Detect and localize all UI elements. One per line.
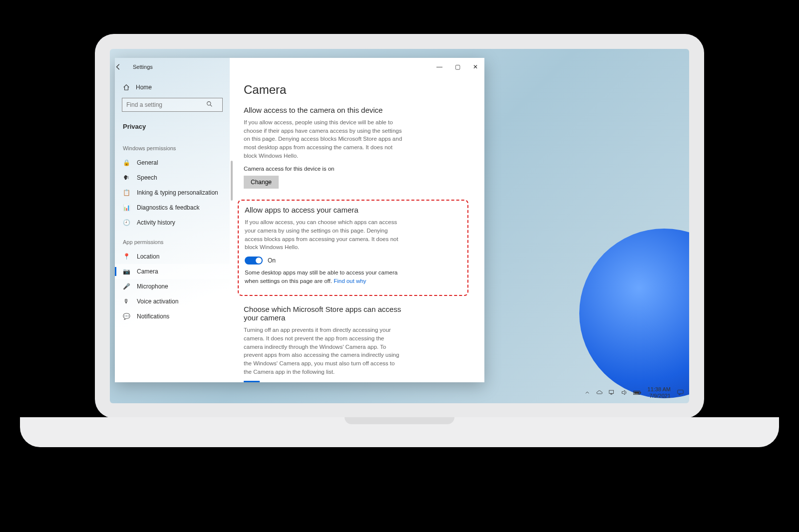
- wallpaper-decoration: [579, 229, 689, 398]
- section-title: Choose which Microsoft Store apps can ac…: [244, 305, 413, 322]
- section-choose-apps: Choose which Microsoft Store apps can ac…: [244, 305, 470, 382]
- desktop-screen: Settings — ▢ ✕ Home: [110, 49, 689, 403]
- sidebar-item-microphone[interactable]: 🎤 Microphone: [115, 279, 230, 294]
- date-label: 7/9/2021: [648, 393, 671, 399]
- section-title: Allow apps to access your camera: [245, 206, 461, 214]
- section-title: Allow access to the camera on this devic…: [244, 106, 470, 114]
- scrollbar[interactable]: [231, 161, 233, 201]
- main-content: Camera Allow access to the camera on thi…: [230, 58, 484, 382]
- laptop-base: [20, 417, 779, 447]
- clock[interactable]: 11:38 AM 7/9/2021: [648, 386, 671, 399]
- sidebar-item-notifications[interactable]: 💬 Notifications: [115, 309, 230, 324]
- section-device-access: Allow access to the camera on this devic…: [244, 106, 470, 189]
- app-row-3d-viewer: 3D Viewer On: [244, 381, 470, 382]
- sidebar-item-label: General: [137, 159, 158, 166]
- location-icon: 📍: [123, 253, 130, 260]
- sidebar-item-label: Voice activation: [137, 298, 178, 305]
- back-button[interactable]: [115, 63, 133, 70]
- history-icon: 🕘: [123, 219, 130, 226]
- home-link[interactable]: Home: [115, 81, 230, 98]
- sidebar-item-label: Notifications: [137, 313, 169, 320]
- current-section-label: Privacy: [115, 118, 230, 136]
- clipboard-icon: 📋: [123, 189, 130, 196]
- section-description: If you allow access, you can choose whic…: [245, 218, 404, 252]
- sidebar-item-label: Inking & typing personalization: [137, 189, 218, 196]
- group-app-permissions: App permissions: [115, 230, 230, 249]
- desktop-apps-note: Some desktop apps may still be able to a…: [245, 268, 404, 285]
- action-center-icon[interactable]: [677, 389, 684, 396]
- sidebar-item-activity-history[interactable]: 🕘 Activity history: [115, 215, 230, 230]
- change-button[interactable]: Change: [244, 176, 279, 189]
- section-description: Turning off an app prevents it from dire…: [244, 326, 403, 376]
- laptop-notch: [345, 417, 454, 424]
- sidebar-item-location[interactable]: 📍 Location: [115, 249, 230, 264]
- svg-rect-3: [611, 394, 612, 395]
- settings-window: Settings — ▢ ✕ Home: [115, 58, 484, 382]
- sidebar-item-speech[interactable]: 🗣 Speech: [115, 170, 230, 185]
- sidebar-item-inking[interactable]: 📋 Inking & typing personalization: [115, 185, 230, 200]
- sidebar-item-label: Speech: [137, 174, 157, 181]
- volume-icon[interactable]: [621, 389, 628, 396]
- search-icon: [206, 101, 213, 107]
- voice-icon: 🎙: [123, 298, 130, 305]
- lock-icon: 🔒: [123, 159, 130, 166]
- sidebar-item-camera[interactable]: 📷 Camera: [115, 264, 230, 279]
- group-windows-permissions: Windows permissions: [115, 136, 230, 155]
- sidebar-item-label: Microphone: [137, 283, 168, 290]
- time-label: 11:38 AM: [648, 386, 671, 393]
- battery-icon[interactable]: [633, 390, 642, 396]
- microphone-icon: 🎤: [123, 283, 130, 290]
- apps-access-toggle[interactable]: [245, 257, 263, 265]
- highlighted-section: Allow apps to access your camera If you …: [238, 200, 468, 296]
- section-description: If you allow access, people using this d…: [244, 118, 403, 160]
- svg-rect-7: [678, 390, 683, 394]
- camera-icon: 📷: [123, 268, 130, 275]
- tray-overflow-icon[interactable]: [585, 390, 590, 395]
- sidebar-item-label: Activity history: [137, 219, 175, 226]
- laptop-frame: Settings — ▢ ✕ Home: [95, 34, 704, 418]
- home-label: Home: [136, 84, 152, 91]
- notifications-icon: 💬: [123, 313, 130, 320]
- svg-rect-2: [609, 390, 613, 393]
- sidebar-item-diagnostics[interactable]: 📊 Diagnostics & feedback: [115, 200, 230, 215]
- network-icon[interactable]: [608, 389, 616, 396]
- svg-point-0: [207, 102, 211, 105]
- sidebar-item-general[interactable]: 🔒 General: [115, 155, 230, 170]
- find-out-why-link[interactable]: Find out why: [334, 278, 366, 284]
- page-title: Camera: [244, 83, 470, 97]
- feedback-icon: 📊: [123, 204, 130, 211]
- sidebar-item-label: Location: [137, 253, 159, 260]
- app-tile-icon: [244, 381, 260, 382]
- sidebar-item-label: Diagnostics & feedback: [137, 204, 199, 211]
- svg-line-1: [210, 105, 212, 106]
- window-title: Settings: [133, 64, 153, 70]
- sidebar-item-label: Camera: [137, 268, 158, 275]
- system-tray: 11:38 AM 7/9/2021: [585, 386, 684, 399]
- svg-rect-5: [640, 392, 641, 393]
- home-icon: [123, 84, 130, 91]
- device-access-status: Camera access for this device is on: [244, 166, 470, 172]
- svg-rect-6: [634, 392, 639, 394]
- speech-icon: 🗣: [123, 174, 130, 181]
- sidebar: Home Privacy Windows permissions 🔒 Gener…: [115, 58, 230, 382]
- sidebar-item-voice-activation[interactable]: 🎙 Voice activation: [115, 294, 230, 309]
- toggle-state-label: On: [268, 257, 276, 264]
- onedrive-icon[interactable]: [596, 389, 603, 396]
